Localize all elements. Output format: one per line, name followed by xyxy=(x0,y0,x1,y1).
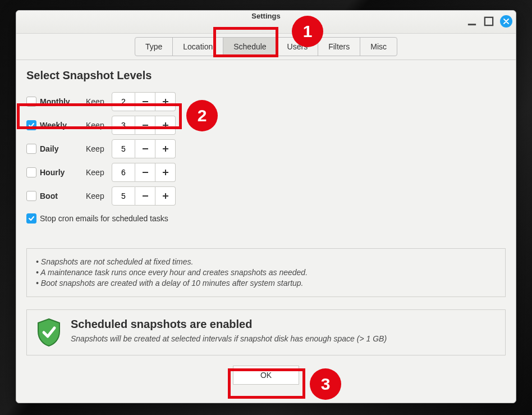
window-controls xyxy=(466,15,512,28)
keep-label: Keep xyxy=(86,121,112,130)
svg-rect-4 xyxy=(165,99,166,104)
settings-window: Settings Type Location Schedule Users Fi… xyxy=(16,10,516,403)
spinner-increment[interactable] xyxy=(155,186,176,206)
note-line: • Boot snapshots are created with a dela… xyxy=(36,278,496,289)
note-line: • Snapshots are not scheduled at fixed t… xyxy=(36,257,496,267)
svg-rect-16 xyxy=(165,193,166,199)
checkbox-monthly[interactable] xyxy=(26,97,36,107)
svg-rect-10 xyxy=(165,146,166,152)
spinner-increment[interactable] xyxy=(155,116,176,135)
svg-rect-1 xyxy=(485,17,493,25)
spinner-decrement[interactable] xyxy=(135,186,155,206)
level-row-weekly: Weekly Keep 3 xyxy=(26,113,506,137)
spinner-value[interactable]: 3 xyxy=(112,116,135,135)
spinner-increment[interactable] xyxy=(155,163,176,182)
keep-label: Keep xyxy=(86,97,112,106)
svg-rect-7 xyxy=(165,122,166,128)
status-title: Scheduled snapshots are enabled xyxy=(71,318,387,331)
shield-check-icon xyxy=(36,318,62,347)
level-row-hourly: Hourly Keep 6 xyxy=(26,161,506,184)
ok-button-label: OK xyxy=(260,371,272,380)
keep-label: Keep xyxy=(86,191,112,200)
level-row-monthly: Monthly Keep 2 xyxy=(26,90,506,113)
hourly-keep-spinner: 6 xyxy=(112,163,176,182)
checkbox-cron-emails[interactable] xyxy=(26,213,36,224)
spinner-decrement[interactable] xyxy=(135,139,155,158)
minimize-button[interactable] xyxy=(466,16,478,27)
monthly-keep-spinner: 2 xyxy=(112,92,176,111)
svg-rect-13 xyxy=(165,170,166,175)
checkbox-hourly[interactable] xyxy=(26,167,36,177)
status-subtitle: Snapshots will be created at selected in… xyxy=(71,334,387,343)
level-label: Boot xyxy=(40,191,86,200)
spinner-value[interactable]: 6 xyxy=(112,163,135,182)
spinner-decrement[interactable] xyxy=(135,92,155,111)
close-button[interactable] xyxy=(500,15,512,28)
tab-users[interactable]: Users xyxy=(277,37,319,56)
svg-rect-0 xyxy=(468,24,476,25)
tab-bar: Type Location Schedule Users Filters Mis… xyxy=(16,34,516,60)
notes-box: • Snapshots are not scheduled at fixed t… xyxy=(26,248,506,297)
section-title: Select Snapshot Levels xyxy=(26,69,506,82)
svg-rect-14 xyxy=(143,195,148,197)
svg-rect-8 xyxy=(143,148,148,149)
dialog-footer: OK xyxy=(26,355,506,395)
spinner-value[interactable]: 5 xyxy=(112,139,135,158)
tab-label: Schedule xyxy=(233,42,266,51)
status-text: Scheduled snapshots are enabled Snapshot… xyxy=(71,318,387,347)
checkbox-boot[interactable] xyxy=(26,191,36,201)
tab-location[interactable]: Location xyxy=(172,37,223,56)
tab-type[interactable]: Type xyxy=(135,37,173,56)
level-row-daily: Daily Keep 5 xyxy=(26,137,506,161)
tab-label: Filters xyxy=(328,42,350,51)
svg-rect-2 xyxy=(143,101,148,102)
checkbox-weekly[interactable] xyxy=(26,120,36,130)
spinner-value[interactable]: 5 xyxy=(112,186,135,206)
checkbox-daily[interactable] xyxy=(26,144,36,154)
spinner-decrement[interactable] xyxy=(135,116,155,135)
tab-label: Location xyxy=(183,42,213,51)
status-box: Scheduled snapshots are enabled Snapshot… xyxy=(26,309,506,355)
level-label: Monthly xyxy=(40,97,86,106)
level-label: Weekly xyxy=(40,121,86,130)
boot-keep-spinner: 5 xyxy=(112,186,176,206)
keep-label: Keep xyxy=(86,144,112,153)
tab-label: Misc xyxy=(370,42,387,51)
level-row-boot: Boot Keep 5 xyxy=(26,184,506,208)
cron-label: Stop cron emails for scheduled tasks xyxy=(40,214,168,223)
tab-filters[interactable]: Filters xyxy=(318,37,360,56)
weekly-keep-spinner: 3 xyxy=(112,116,176,135)
spinner-decrement[interactable] xyxy=(135,163,155,182)
tab-schedule[interactable]: Schedule xyxy=(223,37,277,56)
daily-keep-spinner: 5 xyxy=(112,139,176,158)
spinner-increment[interactable] xyxy=(155,92,176,111)
cron-row: Stop cron emails for scheduled tasks xyxy=(26,213,506,224)
keep-label: Keep xyxy=(86,168,112,177)
titlebar: Settings xyxy=(16,11,516,34)
tab-misc[interactable]: Misc xyxy=(360,37,397,56)
spinner-increment[interactable] xyxy=(155,139,176,158)
level-label: Daily xyxy=(40,144,86,153)
window-title: Settings xyxy=(16,12,516,20)
spinner-value[interactable]: 2 xyxy=(112,92,135,111)
ok-button[interactable]: OK xyxy=(233,366,299,385)
svg-rect-11 xyxy=(143,172,148,173)
svg-rect-5 xyxy=(143,125,148,126)
content-area: Select Snapshot Levels Monthly Keep 2 We… xyxy=(16,60,516,403)
note-line: • A maintenance task runs once every hou… xyxy=(36,267,496,278)
maximize-button[interactable] xyxy=(483,16,494,27)
tab-label: Users xyxy=(287,42,308,51)
tab-label: Type xyxy=(145,42,162,51)
level-label: Hourly xyxy=(40,168,86,177)
